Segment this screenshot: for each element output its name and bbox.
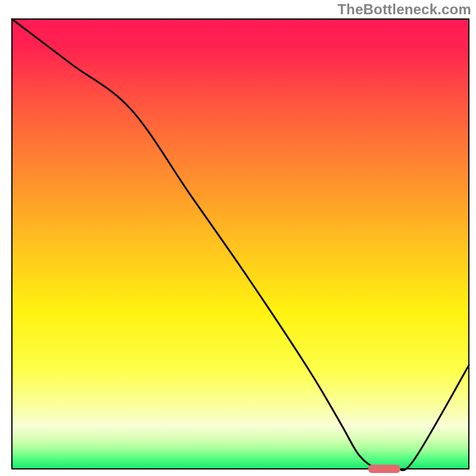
plot-background — [12, 19, 469, 469]
chart-container: TheBottleneck.com — [0, 0, 476, 476]
optimal-marker — [368, 465, 400, 473]
plot-area — [12, 19, 469, 473]
watermark-text: TheBottleneck.com — [337, 1, 471, 18]
bottleneck-chart — [0, 0, 476, 476]
